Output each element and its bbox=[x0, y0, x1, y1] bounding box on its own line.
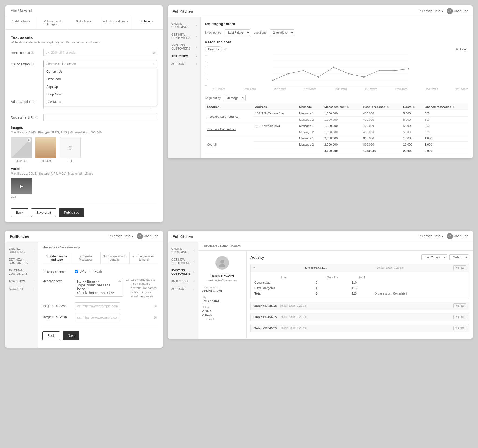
order-id-4: Order #13345677 bbox=[254, 327, 277, 330]
ad-step-3[interactable]: 3. Audience bbox=[68, 16, 100, 29]
msg-step-3[interactable]: 3. Choose who to send to bbox=[101, 252, 130, 264]
sms-checkbox-input[interactable] bbox=[75, 270, 78, 273]
target-sms-input[interactable] bbox=[75, 302, 120, 310]
th-message: Message bbox=[297, 104, 322, 110]
td-reached-2b: 400,000 bbox=[361, 129, 401, 135]
sidebar-item-account[interactable]: ACCOUNT › bbox=[168, 60, 200, 68]
cta-info-icon[interactable]: ⓘ bbox=[31, 62, 34, 66]
item-qty-1: 2 bbox=[315, 280, 350, 285]
video-thumbnail[interactable]: ▶ bbox=[11, 178, 32, 194]
show-period-select[interactable]: Last 7 days bbox=[225, 29, 250, 36]
cta-option-signup[interactable]: Sign Up bbox=[44, 83, 157, 91]
order-via-1: Via App bbox=[453, 265, 466, 270]
cta-dropdown-btn[interactable]: Choose call to action ▾ bbox=[43, 60, 157, 68]
chevron-icon-0: › bbox=[196, 24, 197, 27]
publish-ad-button[interactable]: Publish ad bbox=[59, 208, 84, 217]
customer-user-badge: JD John Doe bbox=[447, 233, 468, 239]
ad-desc-info-icon[interactable]: ⓘ bbox=[33, 100, 35, 104]
customer-location-selector[interactable]: 7 Leaves Cafe ▾ bbox=[419, 234, 443, 238]
msg-sidebar-existing[interactable]: EXISTING CUSTOMERS › bbox=[5, 267, 38, 277]
images-section: Images Max file size: 3 MB | File type: … bbox=[11, 126, 157, 162]
delivery-checkbox-group: SMS Push bbox=[75, 268, 102, 273]
video-title: Video bbox=[11, 167, 157, 171]
order-header-4[interactable]: › Order #13345677 20 Jan 2020 | 1:22 pm … bbox=[250, 324, 469, 332]
order-header-1[interactable]: ▼ Order #1236573 20 Jan 2020 | 1:22 pm V… bbox=[250, 264, 469, 272]
image-box-1[interactable]: ✕ bbox=[11, 137, 32, 158]
headline-input[interactable] bbox=[43, 49, 157, 56]
order-table-1: Item Quantity Total bbox=[253, 274, 466, 296]
image-remove-1[interactable]: ✕ bbox=[27, 138, 31, 142]
text-assets-desc: Write short statements that capture your… bbox=[11, 41, 157, 44]
td-address-2b bbox=[253, 129, 297, 135]
td-location-2: 7 Leaves Cafe Artesia bbox=[205, 123, 253, 135]
cta-option-download[interactable]: Download bbox=[44, 75, 157, 83]
order-header-3[interactable]: › Order #13456672 20 Jan 2020 | 1:22 pm … bbox=[250, 313, 469, 321]
save-draft-button[interactable]: Save draft bbox=[31, 208, 56, 217]
td-total-reached: 1,600,000 bbox=[361, 148, 401, 154]
msg-sidebar-account[interactable]: ACCOUNT › bbox=[5, 285, 38, 293]
msg-sidebar-online[interactable]: ONLINE ORDERING › bbox=[5, 245, 38, 256]
reach-button[interactable]: Reach ▾ bbox=[205, 46, 222, 52]
svg-point-11 bbox=[348, 73, 350, 75]
target-push-input[interactable] bbox=[75, 314, 120, 321]
msg-location-selector[interactable]: 7 Leaves Cafe ▾ bbox=[109, 234, 133, 238]
msg-back-button[interactable]: Back bbox=[42, 331, 60, 340]
table-header-row: Location Address Message Messages sent ⇅… bbox=[205, 104, 468, 110]
back-button[interactable]: Back bbox=[11, 208, 28, 217]
dest-url-info-icon[interactable]: ⓘ bbox=[35, 116, 38, 120]
cust-sidebar-analytics[interactable]: ANALYTICS › bbox=[168, 277, 198, 285]
sidebar-item-online-ordering[interactable]: ONLINE ORDERING › bbox=[168, 20, 200, 31]
msg-sidebar-analytics[interactable]: ANALYTICS › bbox=[5, 277, 38, 285]
activity-period-select[interactable]: Last 7 days bbox=[421, 254, 447, 260]
order-item-1: Cesar salad 2 $10 bbox=[253, 280, 466, 285]
target-push-char-count: 20 bbox=[154, 316, 157, 319]
cta-option-seemenu[interactable]: See Menu bbox=[44, 98, 157, 106]
cta-option-contact[interactable]: Contact Us bbox=[44, 68, 157, 75]
sidebar-item-existing[interactable]: EXISTING CUSTOMERS › bbox=[168, 41, 200, 52]
chevron-icon-3: › bbox=[196, 55, 197, 58]
location-selector[interactable]: 7 Leaves Cafe ▾ bbox=[419, 9, 443, 13]
activity-type-select[interactable]: Orders bbox=[449, 254, 469, 260]
order-header-2[interactable]: › Order #13535635 20 Jan 2020 | 1:22 pm … bbox=[250, 302, 469, 310]
cust-sidebar-existing[interactable]: EXISTING CUSTOMERS › bbox=[168, 267, 198, 277]
cta-option-shopnow[interactable]: Shop Now bbox=[44, 91, 157, 98]
headline-info-icon[interactable]: ⓘ bbox=[31, 51, 34, 55]
msg-step-1[interactable]: 1. Select name and type bbox=[42, 252, 71, 264]
sidebar-item-get-new[interactable]: GET NEW CUSTOMERS › bbox=[168, 31, 200, 41]
locations-label: Locations bbox=[254, 31, 266, 34]
ad-step-5[interactable]: 5. Assets bbox=[131, 16, 163, 29]
locations-select[interactable]: 2 locations bbox=[270, 29, 294, 36]
push-checkbox[interactable]: Push bbox=[90, 270, 102, 273]
td-overall-sent1: 2,000,000 bbox=[322, 135, 361, 142]
message-textarea[interactable]: Hi <<Name>> Type your message here! Clic… bbox=[75, 278, 123, 297]
sidebar-item-analytics[interactable]: ANALYTICS › bbox=[168, 52, 200, 60]
chart-section: Reach and cost Reach ▾ ⓘ Reach bbox=[205, 40, 468, 91]
ad-step-2[interactable]: 2. Name and budgets bbox=[37, 16, 68, 29]
sms-checkbox[interactable]: SMS bbox=[75, 270, 86, 273]
customer-profile-col: Helen Howard west_fevier@carter.com Phon… bbox=[198, 251, 247, 339]
msg-next-button[interactable]: Next bbox=[63, 331, 80, 340]
push-check-icon: ✓ bbox=[202, 313, 204, 317]
msg-step-2[interactable]: 2. Create Messages bbox=[71, 252, 100, 264]
push-checkbox-input[interactable] bbox=[90, 270, 93, 273]
td-opened-2b: 500 bbox=[422, 129, 468, 135]
segment-select[interactable]: Message bbox=[223, 95, 246, 101]
image-box-3[interactable]: ⊕ bbox=[60, 137, 81, 158]
image-box-2[interactable] bbox=[35, 137, 56, 158]
ad-step-1[interactable]: 1. Ad network bbox=[5, 16, 37, 29]
th-total: Total bbox=[351, 275, 373, 280]
td-sent-2b: 1,000,000 bbox=[322, 129, 361, 135]
city-field: City Los Angeles bbox=[202, 296, 243, 303]
msg-sidebar-get-new[interactable]: GET NEW CUSTOMERS › bbox=[5, 256, 38, 267]
dest-url-input[interactable] bbox=[43, 114, 157, 121]
sms-check-icon: ✓ bbox=[202, 309, 204, 313]
td-address-1: 18547 S Western Ave bbox=[253, 110, 297, 117]
headline-label: Headline text ⓘ bbox=[11, 49, 41, 55]
th-location: Location bbox=[205, 104, 253, 110]
customer-location-chevron-icon: ▾ bbox=[441, 234, 443, 238]
ad-step-4[interactable]: 4. Dates and times bbox=[100, 16, 131, 29]
msg-step-4[interactable]: 4. Choose when to send bbox=[130, 252, 158, 264]
cust-sidebar-get-new[interactable]: GET NEW CUSTOMERS › bbox=[168, 256, 198, 267]
cust-sidebar-account[interactable]: ACCOUNT › bbox=[168, 285, 198, 293]
cust-sidebar-online[interactable]: ONLINE ORDERING › bbox=[168, 245, 198, 256]
